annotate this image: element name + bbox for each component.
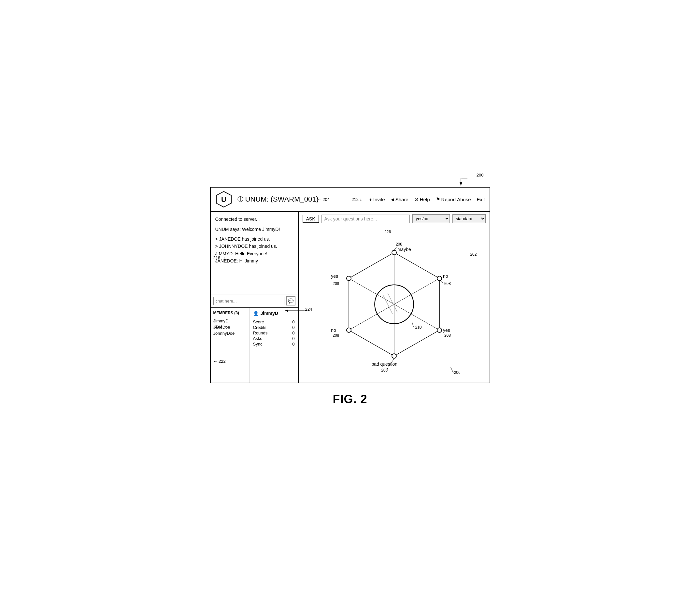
node-bottomleft[interactable] (346, 328, 351, 332)
hex-line-bottomleft-bottom (349, 330, 394, 356)
node-label-topright: no (443, 274, 448, 279)
node-label-topleft: yes (331, 274, 338, 279)
hexagon-diagram-svg: maybe yes no no yes bad question 208 208 (299, 226, 490, 383)
header-row: U ⓘ UNUM: (SWARM_001) ← 204 212 ↓ + (211, 188, 490, 212)
report-label: Report Abuse (441, 197, 471, 202)
stat-score: Score 0 (253, 319, 295, 325)
chat-msg-5: JIMMYD: Hello Everyone! (215, 250, 294, 257)
stat-rounds-value: 0 (292, 330, 295, 335)
ref-224-outer: 224 (285, 304, 311, 318)
help-button[interactable]: ⊘ Help (414, 196, 430, 202)
invite-label: Invite (373, 197, 385, 202)
fig-label: FIG. 2 (333, 392, 367, 406)
invite-icon: + (369, 197, 372, 202)
node-topleft[interactable] (346, 276, 351, 281)
right-panel: ASK yes/no yes/no/maybe scale standard w… (299, 212, 490, 383)
ref-218-outer: 218 → (213, 255, 226, 260)
chat-msg-6: JANEDOE: Hi Jimmy (215, 257, 294, 265)
spoke-topleft (349, 278, 394, 304)
ref-208-bottomright: 208 (444, 333, 451, 338)
ref-226: 226 (384, 230, 391, 234)
members-panel: MEMBERS (3) JimmyD JaneDoe JohnnyDoe (211, 308, 250, 383)
center-circle-line1 (383, 295, 392, 314)
chat-send-icon: 💬 (288, 298, 294, 304)
member-item-1: JimmyD (213, 318, 247, 324)
report-abuse-button[interactable]: ⚑ Report Abuse (436, 196, 471, 202)
chat-spacer1 (215, 223, 294, 226)
node-label-bottom: bad question (371, 361, 397, 367)
node-label-bottomleft: no (331, 328, 336, 333)
chat-input[interactable] (213, 297, 284, 305)
logo-letter: U (221, 195, 226, 203)
profile-name: JimmyD (261, 311, 278, 316)
share-icon: ◀ (391, 197, 394, 202)
node-bottomright[interactable] (437, 328, 442, 332)
chat-msg-2: UNUM says: Welcome JimmyD! (215, 226, 294, 233)
question-input[interactable] (321, 214, 410, 223)
yesno-dropdown[interactable]: yes/no yes/no/maybe scale (413, 214, 450, 223)
ref-206-line (451, 367, 453, 373)
invite-button[interactable]: + Invite (369, 197, 385, 202)
stat-rounds-label: Rounds (253, 330, 268, 335)
swarm-id: (SWARM_001) (271, 195, 319, 203)
left-panel: Connected to server... UNUM says: Welcom… (211, 212, 299, 383)
ref-220-outer: 220 → (215, 324, 227, 328)
app-name: UNUM: (245, 195, 269, 203)
stat-sync-value: 0 (292, 342, 295, 347)
hex-line-top-topright (394, 253, 439, 278)
ref-210: 210 (415, 325, 422, 329)
profile-panel: 👤 JimmyD Score 0 Credits 0 (250, 308, 298, 383)
ref-208-top: 208 (395, 242, 402, 246)
exit-button[interactable]: Exit (476, 197, 485, 202)
node-label-top: maybe (397, 247, 411, 252)
node-bottom[interactable] (392, 354, 396, 358)
ref-206: 206 (454, 370, 460, 375)
node-top[interactable] (392, 250, 396, 255)
ref-208-bottom: 208 (381, 368, 388, 372)
standard-dropdown[interactable]: standard weighted anonymous (453, 214, 486, 223)
info-icon: ⓘ (237, 195, 243, 203)
members-profile-row: MEMBERS (3) JimmyD JaneDoe JohnnyDoe 👤 J… (211, 308, 298, 383)
node-label-bottomright: yes (443, 328, 450, 333)
logo-hex: U (215, 191, 232, 208)
members-header: MEMBERS (3) (213, 311, 247, 315)
chat-messages: Connected to server... UNUM says: Welcom… (211, 212, 298, 294)
stat-score-value: 0 (292, 319, 295, 324)
ref-208-bottomleft: 208 (333, 333, 339, 338)
member-item-3: JohnnyDoe (213, 330, 247, 337)
diagram-container: 200 U ⓘ UNUM: (SWARM_001) ← 204 (210, 187, 490, 383)
chat-msg-1: Connected to server... (215, 215, 294, 223)
ask-button[interactable]: ASK (303, 215, 319, 223)
stat-credits: Credits 0 (253, 325, 295, 330)
chat-spacer2 (215, 233, 294, 235)
stat-asks: Asks 0 (253, 336, 295, 341)
stat-credits-value: 0 (292, 325, 295, 330)
node-topright[interactable] (437, 276, 442, 281)
ref-200: 200 (451, 176, 471, 186)
app-title: ⓘ UNUM: (SWARM_001) (237, 195, 319, 203)
header-actions: 212 ↓ + Invite ◀ Share ⊘ Help ⚑ (351, 196, 485, 202)
svg-marker-5 (285, 309, 288, 312)
ui-box: U ⓘ UNUM: (SWARM_001) ← 204 212 ↓ + (210, 187, 490, 383)
ref-208-topleft: 208 (333, 281, 339, 286)
center-circle-line2 (388, 293, 397, 313)
help-icon: ⊘ (414, 196, 419, 202)
ref-204-area: ← 204 (317, 196, 332, 202)
user-icon: 👤 (253, 311, 259, 316)
share-button[interactable]: ◀ Share (391, 197, 409, 202)
body-row: Connected to server... UNUM says: Welcom… (211, 212, 490, 383)
ref-208-top-line (394, 246, 397, 250)
stat-asks-value: 0 (292, 336, 295, 341)
stat-sync: Sync 0 (253, 341, 295, 347)
flag-icon: ⚑ (436, 196, 440, 202)
stat-rounds: Rounds 0 (253, 330, 295, 336)
hex-line-bottomright-bottom (394, 330, 439, 356)
spoke-bottomleft (349, 304, 394, 330)
share-label: Share (395, 197, 409, 202)
chat-msg-3: > JANEDOE has joined us. (215, 235, 294, 243)
ref-222-outer: ← 222 (213, 359, 226, 364)
stat-asks-label: Asks (253, 336, 262, 341)
help-label: Help (420, 197, 430, 202)
svg-marker-2 (460, 182, 462, 186)
hex-line-top-topleft (349, 253, 394, 278)
